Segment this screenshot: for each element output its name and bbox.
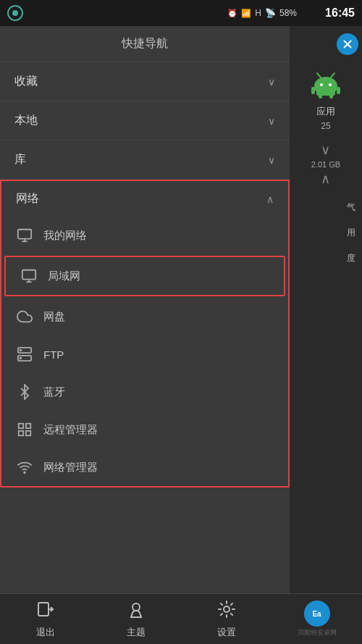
app-icon-block: 应用 25 xyxy=(308,66,344,131)
wifi-icon-nav xyxy=(16,459,33,476)
sidebar-title: 快捷导航 xyxy=(0,26,290,62)
status-circle-icon xyxy=(7,5,23,21)
svg-point-29 xyxy=(132,603,140,611)
nav-item-lan[interactable]: 局域网 xyxy=(4,256,285,296)
cloud-icon xyxy=(16,308,33,325)
svg-rect-0 xyxy=(18,230,31,239)
library-chevron-icon: ∨ xyxy=(268,154,275,166)
sidebar: 快捷导航 收藏 ∨ 本地 ∨ 库 ∨ 网络 ∧ xyxy=(0,26,290,644)
android-icon xyxy=(308,66,344,102)
svg-point-18 xyxy=(320,83,323,86)
storage-text: 2.01 GB xyxy=(311,160,340,169)
status-icons: ⏰ 📶 H 📡 58% xyxy=(227,8,297,18)
svg-rect-26 xyxy=(337,87,340,94)
svg-rect-25 xyxy=(311,87,315,94)
local-chevron-icon: ∨ xyxy=(268,115,275,127)
svg-rect-3 xyxy=(22,270,35,280)
chevron-up-icon[interactable]: ∧ xyxy=(321,171,330,187)
status-time: 16:45 xyxy=(325,7,355,20)
svg-rect-24 xyxy=(329,94,333,99)
svg-rect-23 xyxy=(319,94,322,99)
svg-rect-12 xyxy=(19,431,23,435)
wifi-icon: 📶 xyxy=(241,9,251,18)
theme-label: 主题 xyxy=(127,626,146,639)
nav-item-remote[interactable]: 远程管理器 xyxy=(1,411,288,448)
right-panel: 应用 25 ∨ 2.01 GB ∧ 气 用 度 xyxy=(290,26,362,644)
netmanager-label: 网络管理器 xyxy=(43,461,98,474)
signal-h: H xyxy=(255,8,261,18)
nav-item-cloud[interactable]: 网盘 xyxy=(1,298,288,335)
close-button[interactable] xyxy=(337,33,358,55)
svg-rect-22 xyxy=(316,87,335,96)
nav-item-netmanager[interactable]: 网络管理器 xyxy=(1,448,288,486)
nav-section-network: 网络 ∧ 我的网络 xyxy=(0,180,290,488)
svg-rect-11 xyxy=(26,424,30,428)
server-icon xyxy=(16,346,33,363)
remote-label: 远程管理器 xyxy=(43,423,98,437)
bluetooth-icon xyxy=(16,383,33,401)
exit-label: 退出 xyxy=(36,626,55,639)
svg-point-14 xyxy=(24,472,25,473)
svg-point-19 xyxy=(329,83,332,86)
svg-line-21 xyxy=(331,73,334,78)
battery-label: 58% xyxy=(279,8,297,18)
chevron-down-icon[interactable]: ∨ xyxy=(321,142,330,158)
main-layout: 快捷导航 收藏 ∨ 本地 ∨ 库 ∨ 网络 ∧ xyxy=(0,26,362,644)
alarm-icon: ⏰ xyxy=(227,9,237,18)
svg-point-30 xyxy=(224,606,230,612)
library-header[interactable]: 库 ∨ xyxy=(0,141,290,179)
svg-rect-27 xyxy=(38,603,49,616)
nav-section-library: 库 ∨ xyxy=(0,141,290,180)
signal-bars-icon: 📡 xyxy=(265,8,276,18)
theme-icon xyxy=(127,600,146,623)
nav-item-my-network[interactable]: 我的网络 xyxy=(1,217,288,254)
network-items: 我的网络 局域网 xyxy=(1,217,288,486)
watermark-site: 贝斯特安卓网 xyxy=(298,628,337,637)
favorites-header[interactable]: 收藏 ∨ xyxy=(0,62,290,101)
svg-point-9 xyxy=(20,358,22,359)
my-network-label: 我的网络 xyxy=(43,229,87,243)
side-label-degree: 度 xyxy=(347,252,358,264)
settings-label: 设置 xyxy=(217,626,236,639)
local-label: 本地 xyxy=(14,113,38,128)
grid-icon xyxy=(16,421,33,438)
favorites-label: 收藏 xyxy=(14,74,38,89)
nav-section-local: 本地 ∨ xyxy=(0,101,290,141)
side-label-weather: 气 xyxy=(347,201,358,214)
bottom-nav-theme[interactable]: 主题 xyxy=(107,600,165,639)
bottom-nav-settings[interactable]: 设置 xyxy=(198,600,256,639)
watermark-logo: Ea 贝斯特安卓网 xyxy=(288,601,346,637)
library-label: 库 xyxy=(14,152,26,167)
app-count: 25 xyxy=(321,121,330,131)
bluetooth-label: 蓝牙 xyxy=(43,385,65,399)
side-label-app: 用 xyxy=(347,227,358,239)
svg-line-20 xyxy=(317,73,321,78)
favorites-chevron-icon: ∨ xyxy=(268,76,275,88)
monitor-icon-lan xyxy=(20,267,38,285)
network-label: 网络 xyxy=(16,191,39,206)
svg-rect-10 xyxy=(19,424,23,428)
lan-label: 局域网 xyxy=(48,269,80,283)
exit-icon xyxy=(36,600,55,623)
network-header[interactable]: 网络 ∧ xyxy=(1,181,288,217)
bottom-nav: 退出 主题 设置 Ea 贝斯特安卓网 xyxy=(0,593,362,644)
gear-icon xyxy=(217,600,236,623)
watermark-text: Ea xyxy=(312,610,321,618)
ftp-label: FTP xyxy=(43,348,64,361)
nav-section-favorites: 收藏 ∨ xyxy=(0,62,290,101)
status-left xyxy=(7,5,23,21)
svg-point-8 xyxy=(20,350,22,351)
app-label: 应用 xyxy=(316,105,335,118)
network-chevron-icon: ∧ xyxy=(266,193,274,205)
storage-indicator: ∨ 2.01 GB ∧ xyxy=(311,142,340,187)
svg-rect-13 xyxy=(26,431,30,435)
cloud-label: 网盘 xyxy=(43,310,65,324)
local-header[interactable]: 本地 ∨ xyxy=(0,101,290,140)
nav-item-bluetooth[interactable]: 蓝牙 xyxy=(1,373,288,411)
bottom-nav-exit[interactable]: 退出 xyxy=(17,600,75,639)
monitor-icon-my-network xyxy=(16,227,33,244)
nav-item-ftp[interactable]: FTP xyxy=(1,335,288,373)
status-bar: ⏰ 📶 H 📡 58% 16:45 xyxy=(0,0,362,26)
